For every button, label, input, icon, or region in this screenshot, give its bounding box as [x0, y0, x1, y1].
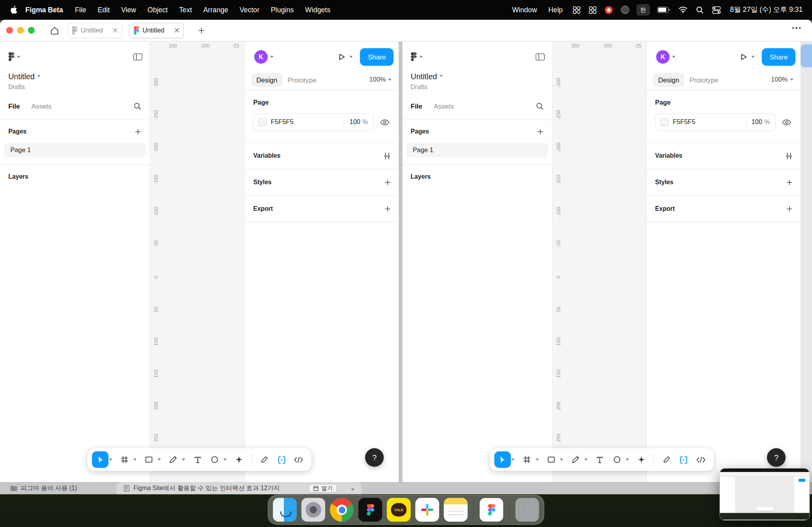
code-icon[interactable]: [692, 451, 709, 468]
dock-trash-icon[interactable]: [515, 498, 539, 522]
ellipse-tool[interactable]: [609, 451, 625, 468]
spotlight-icon[interactable]: [692, 6, 708, 14]
code-icon[interactable]: [290, 451, 307, 468]
menu-object[interactable]: Object: [142, 6, 174, 14]
close-window-button[interactable]: [6, 27, 13, 34]
present-play-icon[interactable]: [740, 53, 748, 61]
frame-tool[interactable]: [116, 451, 133, 468]
file-tab-active[interactable]: Untitled: [129, 23, 184, 38]
chevron-down-icon[interactable]: [158, 458, 161, 460]
chevron-down-icon[interactable]: [389, 79, 392, 81]
add-page-icon[interactable]: [135, 128, 142, 135]
tab-assets[interactable]: Assets: [434, 103, 454, 111]
dev-mode-toggle[interactable]: [273, 451, 290, 468]
chevron-down-icon[interactable]: [752, 56, 755, 58]
background-active-tab[interactable]: Figma Site에서 활용할 수 있는 인터랙션 효과 12가지 열기: [116, 482, 362, 494]
chevron-down-icon[interactable]: [560, 458, 563, 460]
visibility-eye-icon[interactable]: [780, 119, 793, 126]
color-swatch[interactable]: [259, 118, 267, 126]
open-button[interactable]: 열기: [309, 484, 337, 493]
zoom-window-button[interactable]: [28, 27, 35, 34]
battery-icon[interactable]: [653, 7, 674, 13]
color-hex-value[interactable]: F5F5F5: [271, 118, 344, 126]
tab-prototype[interactable]: Prototype: [684, 73, 724, 87]
tab-file[interactable]: File: [8, 103, 20, 111]
apple-menu-icon[interactable]: [7, 6, 22, 14]
actions-sparkle-icon[interactable]: [231, 451, 247, 468]
file-location[interactable]: Drafts: [0, 82, 149, 94]
more-options-icon[interactable]: [792, 27, 801, 29]
menu-app-name[interactable]: Figma Beta: [22, 6, 69, 14]
menu-vector[interactable]: Vector: [234, 6, 265, 14]
share-button[interactable]: Share: [762, 48, 796, 65]
file-title[interactable]: Untitled: [8, 72, 34, 80]
page-list-item[interactable]: Page 1: [406, 143, 548, 157]
minimize-window-button[interactable]: [17, 27, 24, 34]
file-title[interactable]: Untitled: [411, 72, 437, 80]
zoom-level[interactable]: 100%: [771, 76, 788, 83]
add-style-icon[interactable]: [384, 179, 391, 185]
chevron-down-icon[interactable]: [224, 458, 227, 460]
color-hex-value[interactable]: F5F5F5: [673, 118, 746, 126]
tab-title[interactable]: Untitled: [142, 27, 174, 34]
variables-sliders-icon[interactable]: [383, 152, 391, 160]
screen-preview-thumbnail[interactable]: [720, 468, 810, 520]
search-icon[interactable]: [134, 103, 142, 111]
opacity-value[interactable]: 100: [746, 118, 764, 126]
tab-design[interactable]: Design: [251, 73, 282, 87]
page-list-item[interactable]: Page 1: [4, 143, 146, 157]
menu-help[interactable]: Help: [543, 6, 569, 14]
tab-prototype[interactable]: Prototype: [282, 73, 322, 87]
chevron-down-icon[interactable]: [37, 75, 40, 77]
figma-menubar-icon-2[interactable]: [584, 6, 600, 14]
background-tab[interactable]: 피그마 용어 사용 (1): [0, 484, 84, 493]
zoom-level[interactable]: 100%: [369, 76, 386, 83]
chevron-down-icon[interactable]: [584, 458, 587, 460]
canvas[interactable]: 350-300-25 -300-250-200-150-100-50050100…: [553, 41, 646, 482]
menu-arrange[interactable]: Arrange: [197, 6, 234, 14]
wifi-icon[interactable]: [674, 6, 691, 13]
chevron-down-icon[interactable]: [790, 79, 793, 81]
help-button[interactable]: ?: [767, 448, 785, 467]
figma-logo-icon[interactable]: [8, 52, 15, 61]
close-tab-icon[interactable]: [174, 28, 179, 33]
menu-plugins[interactable]: Plugins: [265, 6, 300, 14]
variables-sliders-icon[interactable]: [785, 152, 793, 160]
dock-finder-icon[interactable]: [273, 498, 297, 522]
dock-slack-icon[interactable]: [416, 498, 439, 522]
chevron-down-icon[interactable]: [626, 458, 629, 460]
avatar[interactable]: K: [254, 50, 268, 64]
chevron-down-icon[interactable]: [536, 458, 539, 460]
menu-text[interactable]: Text: [173, 6, 197, 14]
close-tab-icon[interactable]: [113, 28, 118, 33]
marker-tool[interactable]: [256, 451, 273, 468]
chevron-down-icon[interactable]: [182, 458, 185, 460]
share-button[interactable]: Share: [360, 48, 394, 65]
dock-kakaotalk-icon[interactable]: TALK: [387, 498, 411, 522]
new-tab-icon[interactable]: [198, 27, 205, 34]
dev-mode-toggle[interactable]: [675, 451, 692, 468]
menu-edit[interactable]: Edit: [92, 6, 115, 14]
add-export-icon[interactable]: [786, 205, 793, 212]
text-tool[interactable]: [189, 451, 206, 468]
chevron-down-icon[interactable]: [109, 458, 112, 460]
home-icon[interactable]: [50, 26, 59, 34]
chevron-down-icon[interactable]: [350, 56, 353, 58]
dock-chrome-icon[interactable]: [330, 498, 354, 522]
file-tab-inactive[interactable]: Untitled: [67, 23, 122, 38]
chevron-down-icon[interactable]: [270, 56, 274, 58]
sidebar-toggle-icon[interactable]: [536, 53, 545, 60]
chat-notification-icon[interactable]: [601, 6, 617, 14]
menu-clock[interactable]: 8월 27일 (수) 오후 9:31: [725, 5, 805, 15]
chevron-down-icon[interactable]: [672, 56, 675, 58]
ellipse-tool[interactable]: [206, 451, 223, 468]
add-style-icon[interactable]: [786, 179, 793, 185]
canvas[interactable]: 350-300-25 -300-250-200-150-100-50050100…: [150, 41, 245, 482]
page-color-input[interactable]: F5F5F5 100 %: [655, 113, 776, 131]
dock-notes-icon[interactable]: [444, 498, 467, 522]
dock-system-settings-icon[interactable]: [301, 498, 325, 522]
pen-tool[interactable]: [567, 451, 584, 468]
color-swatch[interactable]: [660, 118, 668, 126]
marker-tool[interactable]: [658, 451, 675, 468]
add-page-icon[interactable]: [537, 128, 544, 135]
